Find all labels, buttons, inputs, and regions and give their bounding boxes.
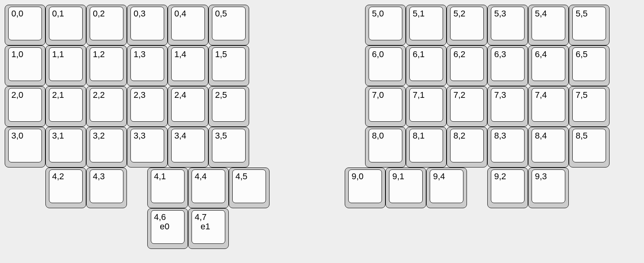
keytop: 9,2 [491,169,525,203]
key-k-6-1[interactable]: 6,1 [406,45,447,86]
key-k-9-3[interactable]: 9,3 [528,168,569,208]
key-k-4-1[interactable]: 4,1 [147,168,188,208]
key-k-7-0[interactable]: 7,0 [365,86,406,127]
key-k-5-0[interactable]: 5,0 [365,5,406,45]
keytop: 5,3 [491,7,525,40]
keytop: 1,2 [90,47,123,81]
key-k-1-5[interactable]: 1,5 [208,45,249,86]
keytop: 8,3 [491,129,525,162]
key-k-0-3[interactable]: 0,3 [127,5,168,45]
key-label: 0,5 [215,8,227,19]
keytop: 3,2 [90,129,123,162]
key-k-5-4[interactable]: 5,4 [528,5,569,45]
key-k-0-5[interactable]: 0,5 [208,5,249,45]
key-label: 2,2 [93,90,105,101]
key-k-5-1[interactable]: 5,1 [406,5,447,45]
key-k-4-7[interactable]: 4,7e1 [188,208,229,249]
key-k-0-4[interactable]: 0,4 [168,5,208,45]
key-k-2-3[interactable]: 2,3 [127,86,168,127]
key-k-5-5[interactable]: 5,5 [569,5,610,45]
keytop: 9,4 [430,169,463,203]
key-label: 5,0 [372,8,384,19]
key-k-4-6[interactable]: 4,6e0 [147,208,188,249]
key-k-5-3[interactable]: 5,3 [487,5,528,45]
key-k-3-4[interactable]: 3,4 [168,127,208,168]
key-label: 6,3 [494,49,506,60]
key-k-1-4[interactable]: 1,4 [168,45,208,86]
key-k-3-1[interactable]: 3,1 [45,127,86,168]
key-k-5-2[interactable]: 5,2 [447,5,487,45]
key-k-7-4[interactable]: 7,4 [528,86,569,127]
keytop: 1,1 [49,47,83,81]
key-label: 2,3 [134,90,146,101]
key-k-6-0[interactable]: 6,0 [365,45,406,86]
key-k-2-5[interactable]: 2,5 [208,86,249,127]
key-k-2-2[interactable]: 2,2 [86,86,127,127]
key-k-3-0[interactable]: 3,0 [5,127,45,168]
keytop: 5,2 [450,7,484,40]
keytop: 7,2 [450,88,484,122]
keytop: 8,1 [409,129,443,162]
key-k-4-4[interactable]: 4,4 [188,168,229,208]
key-label: 0,2 [93,8,105,19]
key-k-9-4[interactable]: 9,4 [426,168,467,208]
key-k-3-5[interactable]: 3,5 [208,127,249,168]
key-label: 5,4 [535,8,547,19]
key-k-6-4[interactable]: 6,4 [528,45,569,86]
key-k-7-3[interactable]: 7,3 [487,86,528,127]
key-label: 4,5 [235,171,248,182]
keytop: 2,1 [49,88,83,122]
keytop: 2,4 [171,88,205,122]
keytop: 9,1 [389,169,423,203]
key-label: 3,1 [52,130,64,141]
key-k-0-1[interactable]: 0,1 [45,5,86,45]
keytop: 6,5 [572,47,606,81]
key-label: 1,4 [174,49,186,60]
key-k-4-3[interactable]: 4,3 [86,168,127,208]
key-k-2-0[interactable]: 2,0 [5,86,45,127]
key-k-6-3[interactable]: 6,3 [487,45,528,86]
key-k-1-2[interactable]: 1,2 [86,45,127,86]
key-k-4-2[interactable]: 4,2 [45,168,86,208]
keyboard-layout: 0,00,10,20,30,40,51,01,11,21,31,41,52,02… [0,0,644,263]
key-k-0-2[interactable]: 0,2 [86,5,127,45]
key-label: 2,0 [11,90,24,101]
key-k-8-2[interactable]: 8,2 [447,127,487,168]
key-k-8-4[interactable]: 8,4 [528,127,569,168]
key-k-8-0[interactable]: 8,0 [365,127,406,168]
key-k-7-1[interactable]: 7,1 [406,86,447,127]
keytop: 8,5 [572,129,606,162]
key-k-8-3[interactable]: 8,3 [487,127,528,168]
key-k-0-0[interactable]: 0,0 [5,5,45,45]
key-label: 0,1 [52,8,64,19]
key-k-4-5[interactable]: 4,5 [229,168,270,208]
key-k-1-1[interactable]: 1,1 [45,45,86,86]
key-label: 8,5 [575,130,588,141]
keytop: 1,5 [212,47,246,81]
keytop: 6,4 [532,47,565,81]
key-k-2-4[interactable]: 2,4 [168,86,208,127]
keytop: 5,4 [532,7,565,40]
key-k-7-5[interactable]: 7,5 [569,86,610,127]
key-label: 8,0 [372,130,384,141]
key-label: 6,4 [535,49,547,60]
key-k-7-2[interactable]: 7,2 [447,86,487,127]
key-label: 0,4 [174,8,186,19]
key-label: 8,3 [494,130,506,141]
key-k-1-3[interactable]: 1,3 [127,45,168,86]
key-k-8-1[interactable]: 8,1 [406,127,447,168]
key-k-9-0[interactable]: 9,0 [345,168,385,208]
keytop: 0,2 [90,7,123,40]
keytop: 3,3 [130,129,164,162]
key-label: 9,4 [433,171,445,182]
key-k-3-2[interactable]: 3,2 [86,127,127,168]
key-k-6-2[interactable]: 6,2 [447,45,487,86]
keytop: 4,6e0 [151,210,185,244]
key-k-1-0[interactable]: 1,0 [5,45,45,86]
key-k-3-3[interactable]: 3,3 [127,127,168,168]
key-k-6-5[interactable]: 6,5 [569,45,610,86]
key-k-9-2[interactable]: 9,2 [487,168,528,208]
key-k-2-1[interactable]: 2,1 [45,86,86,127]
key-k-8-5[interactable]: 8,5 [569,127,610,168]
key-k-9-1[interactable]: 9,1 [385,168,426,208]
